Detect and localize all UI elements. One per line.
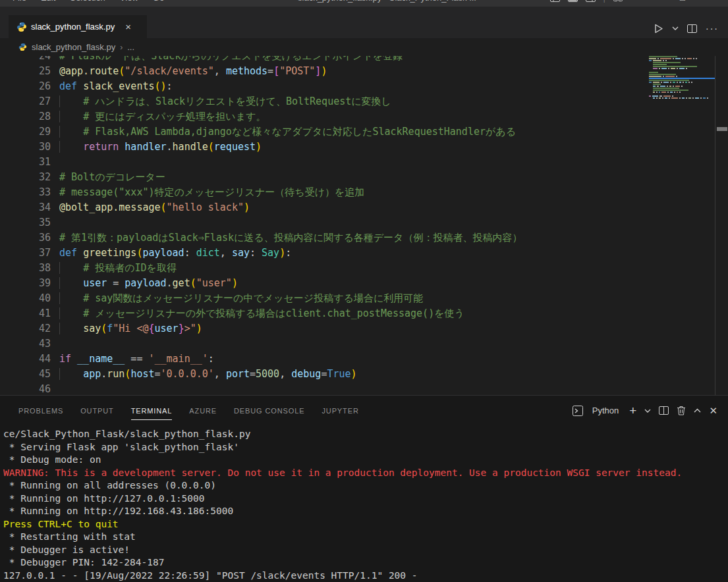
line-content: # 更にはディスパッチ処理を担います。 [59, 109, 266, 124]
terminal-output[interactable]: ce/Slack_Python_Flask/slack_python_flask… [0, 425, 728, 582]
line-content: user = payload.get("user") [59, 276, 238, 291]
panel-tab-terminal[interactable]: TERMINAL [123, 396, 181, 425]
terminal-line: ce/Slack_Python_Flask/slack_python_flask… [3, 428, 728, 441]
line-number: 28 [0, 109, 51, 124]
line-number: 45 [0, 367, 51, 382]
maximize-button[interactable]: □ [667, 0, 698, 7]
code-line-34: 34@bolt_app.message("hello slack") [0, 200, 715, 215]
vscode-window: FileEditSelectionViewGo slack_python_fla… [0, 0, 728, 582]
close-panel-icon[interactable]: ✕ [709, 406, 717, 415]
line-content: @bolt_app.message("hello slack") [59, 200, 250, 215]
panel-tab-debug-console[interactable]: DEBUG CONSOLE [225, 396, 313, 425]
chevron-right-icon: › [120, 43, 123, 52]
trash-icon[interactable] [677, 406, 686, 415]
line-content: def slack_events(): [59, 79, 173, 94]
divider: | [603, 0, 605, 3]
code-line-37: 37def greetings(payload: dict, say: Say)… [0, 246, 715, 261]
run-python-file-icon[interactable] [654, 24, 663, 34]
code-line-28: 28 # 更にはディスパッチ処理を担います。 [0, 109, 715, 124]
breadcrumb: slack_python_flask.py › ... [0, 38, 728, 56]
code-line-36: 36# 第1引数：payloadはSlack⇒Flaskに送る、投稿内容に関する… [0, 230, 715, 246]
code-line-46: 46 [0, 382, 715, 395]
menu-bar: FileEditSelectionViewGo [0, 0, 171, 3]
terminal-line: 127.0.0.1 - - [19/Aug/2022 22:26:59] "PO… [3, 569, 728, 582]
line-content: @app.route("/slack/events", methods=["PO… [59, 64, 327, 79]
code-line-42: 42 say(f"Hi <@{user}>") [0, 321, 715, 336]
code-line-43: 43 [0, 336, 715, 352]
window-title: slack_python_flask.py - Slack_Python_Fla… [298, 0, 476, 3]
split-terminal-icon[interactable] [659, 406, 669, 415]
terminal-dropdown-chevron-icon[interactable] [644, 409, 651, 413]
minimize-button[interactable]: ─ [637, 0, 667, 7]
python-icon [16, 22, 27, 32]
more-icon[interactable]: ··· [530, 0, 542, 3]
menu-edit[interactable]: Edit [34, 0, 63, 3]
line-number: 30 [0, 140, 51, 155]
menu-go[interactable]: Go [146, 0, 171, 3]
tab-bar: slack_python_flask.py × ··· [0, 7, 728, 38]
toggle-secondary-sidebar-icon[interactable] [586, 0, 596, 2]
terminal-line: * Running on all addresses (0.0.0.0) [3, 479, 728, 492]
line-number: 35 [0, 215, 51, 230]
line-number: 25 [0, 64, 51, 79]
terminal-line: * Serving Flask app 'slack_python_flask' [3, 441, 728, 454]
terminal-shell-label[interactable]: Python [592, 406, 619, 415]
close-tab-icon[interactable]: × [125, 22, 131, 32]
line-number: 46 [0, 382, 51, 395]
line-number: 24 [0, 56, 51, 64]
panel-tab-output[interactable]: OUTPUT [72, 396, 123, 425]
panel-header: PROBLEMSOUTPUTTERMINALAZUREDEBUG CONSOLE… [0, 396, 728, 425]
code-line-26: 26def slack_events(): [0, 79, 715, 94]
code-line-27: 27 # ハンドラは、Slackリクエストを受けて、BoltRequestに変換… [0, 94, 715, 109]
menu-file[interactable]: File [5, 0, 34, 3]
terminal-icon [573, 406, 583, 416]
bottom-panel: PROBLEMSOUTPUTTERMINALAZUREDEBUG CONSOLE… [0, 395, 728, 582]
code-line-45: 45 app.run(host='0.0.0.0', port=5000, de… [0, 367, 715, 382]
line-content: # ハンドラは、Slackリクエストを受けて、BoltRequestに変換し [59, 94, 391, 109]
scrollbar-thumb[interactable] [717, 127, 727, 131]
breadcrumb-symbol[interactable]: ... [127, 42, 134, 52]
panel-tab-jupyter[interactable]: JUPYTER [313, 396, 367, 425]
new-terminal-button[interactable]: + [629, 404, 636, 417]
line-content: return handler.handle(request) [59, 140, 262, 155]
titlebar: FileEditSelectionViewGo slack_python_fla… [0, 0, 728, 7]
run-dropdown-chevron-icon[interactable] [672, 26, 679, 30]
close-window-button[interactable]: ✕ [698, 0, 728, 7]
line-content: if __name__ == '__main__': [59, 352, 214, 367]
code-line-40: 40 # say関数はメッセージリスナーの中でメッセージ投稿する場合に利用可能 [0, 291, 715, 306]
tab-label: slack_python_flask.py [31, 22, 115, 32]
toggle-panel-icon[interactable] [568, 0, 578, 2]
code-line-44: 44if __name__ == '__main__': [0, 352, 715, 367]
tab-slack-python-flask[interactable]: slack_python_flask.py × [9, 15, 147, 38]
toggle-sidebar-icon[interactable] [550, 0, 560, 2]
maximize-panel-chevron-icon[interactable] [694, 408, 701, 413]
terminal-line: * Debug mode: on [3, 454, 728, 467]
terminal-line: WARNING: This is a development server. D… [3, 467, 728, 480]
code-line-33: 33# message("xxx")特定のメッセージリスナー（待ち受け）を追加 [0, 185, 715, 200]
line-content: def greetings(payload: dict, say: Say): [59, 246, 291, 261]
layout-controls: ··· | [530, 0, 623, 3]
editor-actions: ··· [654, 23, 719, 34]
minimap-current-line [649, 78, 715, 79]
line-content: # message("xxx")特定のメッセージリスナー（待ち受け）を追加 [59, 185, 364, 200]
terminal-line: * Running on http://192.168.43.186:5000 [3, 505, 728, 518]
breadcrumb-file[interactable]: slack_python_flask.py [32, 42, 115, 52]
line-number: 41 [0, 306, 51, 321]
split-editor-icon[interactable] [687, 24, 697, 33]
menu-selection[interactable]: Selection [63, 0, 112, 3]
more-actions-icon[interactable]: ··· [706, 23, 719, 34]
panel-tab-problems[interactable]: PROBLEMS [10, 396, 72, 425]
line-number: 39 [0, 276, 51, 291]
line-content: # 投稿者のIDを取得 [59, 261, 177, 276]
line-number: 36 [0, 230, 51, 246]
code-editor[interactable]: 24# Flaskルートは、Slackからのリクエストを受けるエンドポイントを登… [0, 56, 715, 395]
minimap[interactable] [649, 56, 715, 395]
menu-view[interactable]: View [113, 0, 146, 3]
customize-layout-icon[interactable] [613, 0, 623, 1]
code-line-35: 35 [0, 215, 715, 230]
line-content: # 第1引数：payloadはSlack⇒Flaskに送る、投稿内容に関する各種… [59, 230, 522, 246]
panel-tab-azure[interactable]: AZURE [181, 396, 225, 425]
terminal-line: * Running on http://127.0.0.1:5000 [3, 492, 728, 506]
editor-scrollbar[interactable] [715, 56, 728, 395]
line-number: 40 [0, 291, 51, 306]
